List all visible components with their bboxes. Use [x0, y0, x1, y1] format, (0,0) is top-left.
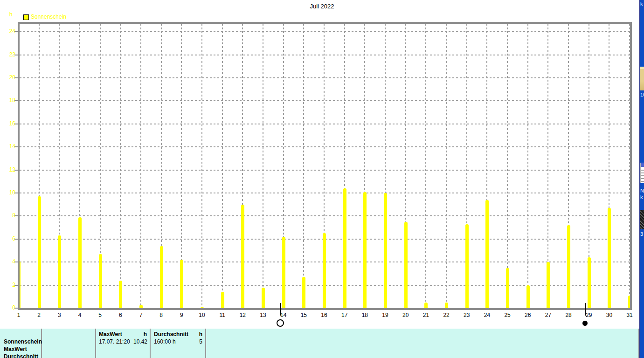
sunshine-bar-day-10 [201, 307, 204, 308]
x-tick-label-12: 12 [236, 312, 249, 318]
y-tick-12 [14, 170, 18, 171]
document-icon[interactable] [640, 163, 644, 183]
x-tick-label-3: 3 [53, 312, 66, 318]
document-icon-lines [641, 168, 644, 183]
gridline-h-14 [20, 146, 630, 147]
y-tick-label-4: 4 [0, 258, 15, 265]
folder-icon[interactable] [640, 67, 644, 90]
sunshine-bar-day-21 [424, 303, 428, 308]
y-tick-18 [14, 100, 18, 101]
x-tick-label-18: 18 [358, 312, 371, 318]
y-tick-22 [14, 55, 18, 55]
y-tick-4 [14, 262, 18, 262]
sunshine-bar-day-4 [78, 217, 82, 308]
y-tick-6 [14, 239, 18, 240]
gridline-v-15 [303, 24, 304, 308]
y-tick-label-6: 6 [0, 235, 15, 242]
desktop-icon-label[interactable]: k [640, 194, 644, 200]
weather-chart-window: Juli 2022 h Sonnenschein 024681012141618… [0, 0, 644, 358]
sunshine-bar-day-24 [485, 200, 489, 308]
x-tick-label-10: 10 [195, 312, 208, 318]
sunshine-bar-day-6 [119, 281, 122, 308]
x-tick-label-5: 5 [94, 312, 107, 318]
x-tick-label-6: 6 [114, 312, 127, 318]
x-tick-label-19: 19 [379, 312, 392, 318]
table-separator [205, 329, 206, 358]
sunshine-bar-day-9 [180, 260, 183, 308]
desktop-strip: k 10 N k 3 [639, 0, 644, 358]
row-header-maxwert: MaxWert [4, 346, 27, 353]
sunshine-bar-day-2 [38, 196, 41, 308]
x-tick-label-17: 17 [338, 312, 351, 318]
gridline-h-20 [20, 77, 630, 78]
y-tick-label-2: 2 [0, 282, 15, 288]
sunshine-bar-day-7 [139, 305, 143, 308]
y-tick-label-0: 0 [0, 304, 15, 311]
x-tick-label-15: 15 [297, 312, 310, 318]
x-tick-label-22: 22 [440, 312, 453, 318]
sunshine-bar-day-15 [302, 277, 305, 308]
document-icon-logo [641, 163, 644, 167]
row-header-durchschnitt: Durchschnitt [4, 353, 38, 358]
x-tick-label-14: 14 [277, 312, 290, 318]
desktop-icon-label[interactable]: 3 [640, 231, 644, 237]
row-header-sonnenschein: Sonnenschein [4, 338, 42, 345]
moon-phase-marker-full-tick [280, 303, 281, 316]
sunshine-bar-day-11 [221, 292, 224, 308]
table-separator [150, 329, 151, 358]
sunshine-bar-day-19 [384, 193, 387, 308]
plot-area [18, 22, 632, 310]
sunshine-bar-day-27 [547, 262, 550, 308]
gridline-h-22 [20, 55, 630, 55]
moon-phase-marker-new-icon [582, 321, 588, 326]
sunshine-bar-day-5 [99, 254, 102, 308]
sunshine-bar-day-14 [282, 237, 285, 308]
y-tick-label-18: 18 [0, 97, 15, 103]
sunshine-bar-day-28 [567, 225, 570, 308]
y-tick-label-20: 20 [0, 74, 15, 81]
sunshine-bar-day-25 [506, 268, 509, 308]
gridline-v-26 [527, 24, 528, 308]
sunshine-bar-day-18 [363, 192, 367, 308]
y-tick-14 [14, 146, 18, 147]
durchschnitt-value: 5 [195, 338, 202, 345]
x-tick-label-9: 9 [175, 312, 188, 318]
y-tick-label-22: 22 [0, 51, 15, 58]
sunshine-bar-day-26 [526, 285, 530, 308]
x-tick-label-16: 16 [318, 312, 331, 318]
x-tick-label-21: 21 [419, 312, 432, 318]
sunshine-bar-day-16 [323, 233, 326, 308]
moon-phase-marker-full-icon [277, 319, 284, 327]
x-tick-label-2: 2 [33, 312, 46, 318]
summary-table: Sonnenschein MaxWert Durchschnitt MaxWer… [0, 329, 639, 358]
x-tick-label-1: 1 [12, 312, 25, 318]
maxwert-header: MaxWert [99, 331, 122, 338]
x-tick-label-25: 25 [501, 312, 514, 318]
desktop-icon-label[interactable]: 10 [640, 92, 644, 97]
maxwert-value: 10.42 [132, 338, 147, 345]
gridline-v-25 [507, 24, 508, 308]
desktop-icon-label[interactable]: k [640, 1, 644, 7]
y-tick-10 [14, 193, 18, 193]
gridline-v-21 [425, 24, 426, 308]
gridline-v-13 [263, 24, 263, 308]
sunshine-bar-day-23 [465, 224, 469, 308]
desktop-icon-label[interactable]: N [640, 188, 644, 193]
x-tick-label-23: 23 [460, 312, 473, 318]
y-tick-2 [14, 285, 18, 286]
y-tick-0 [14, 308, 18, 309]
sunshine-bar-day-29 [588, 257, 591, 308]
x-tick-label-26: 26 [521, 312, 534, 318]
gridline-h-24 [20, 31, 630, 32]
y-tick-label-24: 24 [0, 28, 15, 34]
gridline-v-7 [140, 24, 141, 308]
sunshine-bar-day-13 [262, 288, 265, 308]
sunshine-bar-day-31 [628, 296, 630, 308]
gridline-v-6 [120, 24, 121, 308]
gridline-h-8 [20, 215, 630, 216]
durchschnitt-header: Durchschnitt [154, 331, 188, 338]
y-axis-unit-label: h [9, 11, 13, 18]
gridline-h-10 [20, 193, 630, 193]
image-file-icon[interactable] [640, 210, 644, 229]
x-tick-label-31: 31 [623, 312, 636, 318]
